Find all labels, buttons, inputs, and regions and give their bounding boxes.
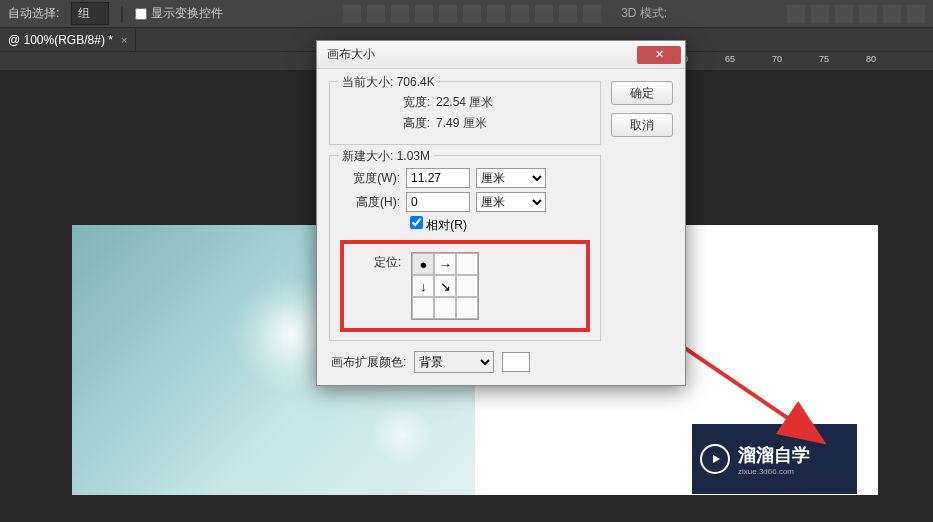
align-icon[interactable] [367,5,385,23]
anchor-bot-right[interactable] [456,297,478,319]
current-height-value: 7.49 厘米 [436,115,487,132]
3d-icon[interactable] [883,5,901,23]
dialog-body: 当前大小: 706.4K 宽度: 22.54 厘米 高度: 7.49 厘米 新建… [317,69,685,385]
app-toolbar: 自动选择: 组 显示变换控件 3D 模式: [0,0,933,28]
current-size-group: 当前大小: 706.4K 宽度: 22.54 厘米 高度: 7.49 厘米 [329,81,601,145]
ruler-tick: 65 [725,54,735,64]
3d-icon[interactable] [907,5,925,23]
watermark-url: zixue.3d66.com [738,467,810,476]
watermark-badge: 溜溜自学 zixue.3d66.com [692,424,857,494]
new-size-group: 新建大小: 1.03M 宽度(W): 厘米 高度(H): 厘米 [329,155,601,341]
ruler-tick: 80 [866,54,876,64]
align-icon[interactable] [535,5,553,23]
3d-icon[interactable] [859,5,877,23]
auto-select-dropdown[interactable]: 组 [71,2,109,25]
dialog-titlebar[interactable]: 画布大小 ✕ [317,41,685,69]
height-input[interactable] [406,192,470,212]
anchor-top-right[interactable] [456,253,478,275]
ruler-tick: 75 [819,54,829,64]
width-input[interactable] [406,168,470,188]
dandelion-graphic [372,405,432,465]
relative-label: 相对(R) [426,218,467,232]
align-icon[interactable] [439,5,457,23]
anchor-highlight: 定位: ● → ↓ ↘ [340,240,590,332]
watermark-title: 溜溜自学 [738,443,810,467]
ruler-tick: 70 [772,54,782,64]
3d-mode-label: 3D 模式: [621,5,667,22]
anchor-bot-center[interactable] [434,297,456,319]
3d-icon[interactable] [835,5,853,23]
extension-color-row: 画布扩展颜色: 背景 [329,351,601,373]
3d-icon[interactable] [787,5,805,23]
anchor-top-left[interactable]: ● [412,253,434,275]
align-icon[interactable] [463,5,481,23]
tab-title: @ 100%(RGB/8#) * [8,33,113,47]
new-size-legend: 新建大小: [342,149,393,163]
anchor-top-center[interactable]: → [434,253,456,275]
align-icon[interactable] [391,5,409,23]
toolbar-separator [121,6,123,22]
3d-icon[interactable] [811,5,829,23]
relative-checkbox-group[interactable]: 相对(R) [410,216,467,234]
3d-icons [787,5,925,23]
anchor-mid-left[interactable]: ↓ [412,275,434,297]
align-icon[interactable] [415,5,433,23]
anchor-center[interactable]: ↘ [434,275,456,297]
extension-color-label: 画布扩展颜色: [331,354,406,371]
close-icon[interactable]: × [121,34,127,46]
document-tab[interactable]: @ 100%(RGB/8#) * × [0,28,136,51]
current-size-legend: 当前大小: [342,75,393,89]
extension-color-swatch[interactable] [502,352,530,372]
align-icon[interactable] [559,5,577,23]
align-icon[interactable] [583,5,601,23]
align-icon[interactable] [343,5,361,23]
show-transform-checkbox[interactable] [135,8,147,20]
dialog-title: 画布大小 [327,46,375,63]
new-height-label: 高度(H): [340,194,400,211]
current-height-label: 高度: [370,115,430,132]
align-icon[interactable] [487,5,505,23]
show-transform-label: 显示变换控件 [151,5,223,22]
anchor-bot-left[interactable] [412,297,434,319]
close-button[interactable]: ✕ [637,46,681,64]
new-size-value: 1.03M [397,149,430,163]
cancel-button[interactable]: 取消 [611,113,673,137]
current-size-value: 706.4K [397,75,435,89]
ok-button[interactable]: 确定 [611,81,673,105]
anchor-mid-right[interactable] [456,275,478,297]
anchor-label: 定位: [374,252,401,271]
relative-checkbox[interactable] [410,216,423,229]
canvas-size-dialog: 画布大小 ✕ 当前大小: 706.4K 宽度: 22.54 厘米 高度: 7.4… [316,40,686,386]
current-width-label: 宽度: [370,94,430,111]
anchor-grid[interactable]: ● → ↓ ↘ [411,252,479,320]
alignment-icons [343,5,601,23]
new-width-label: 宽度(W): [340,170,400,187]
play-icon [700,444,730,474]
extension-color-select[interactable]: 背景 [414,351,494,373]
current-width-value: 22.54 厘米 [436,94,493,111]
align-icon[interactable] [511,5,529,23]
auto-select-label: 自动选择: [8,5,59,22]
width-unit-select[interactable]: 厘米 [476,168,546,188]
height-unit-select[interactable]: 厘米 [476,192,546,212]
show-transform-controls[interactable]: 显示变换控件 [135,5,223,22]
